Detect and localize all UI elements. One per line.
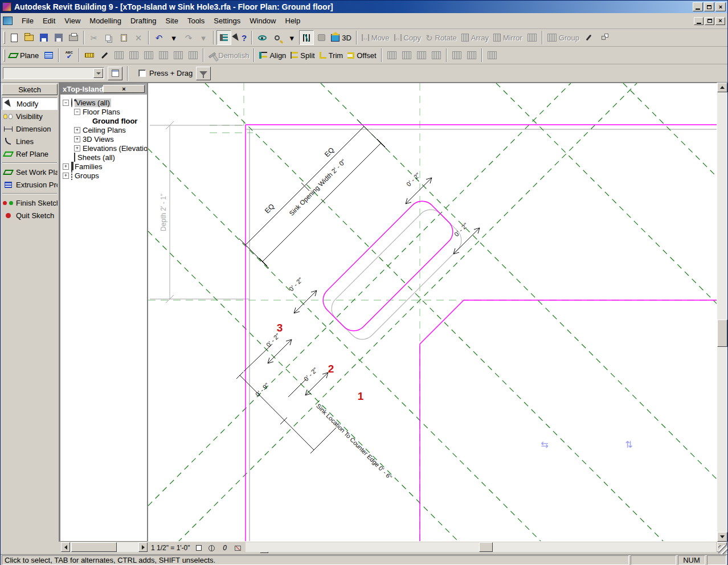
- toolbar-grip[interactable]: [3, 31, 5, 44]
- menu-help[interactable]: Help: [281, 15, 305, 27]
- drawing-canvas[interactable]: Depth 2' - 1": [148, 83, 717, 542]
- toolbar-grip[interactable]: [3, 49, 5, 62]
- mirror-button[interactable]: Mirror: [491, 30, 525, 45]
- undo-button[interactable]: ↶: [152, 30, 166, 45]
- expand-icon[interactable]: +: [74, 127, 80, 133]
- flip-controls[interactable]: ⇆ ⇅: [541, 440, 632, 449]
- child-minimize-button[interactable]: [694, 17, 704, 25]
- unjoin-geometry-button[interactable]: [186, 48, 201, 63]
- tree-item-ceiling-plans[interactable]: +Ceiling Plans: [60, 125, 147, 134]
- close-button[interactable]: ×: [715, 2, 726, 11]
- expand-icon[interactable]: +: [63, 163, 69, 170]
- edit-profile-button[interactable]: [464, 48, 479, 63]
- type-selector[interactable]: [3, 67, 104, 79]
- collapse-icon[interactable]: −: [74, 109, 80, 115]
- type-selector-dropdown[interactable]: [93, 68, 103, 78]
- menu-window[interactable]: Window: [245, 15, 280, 27]
- view-scale[interactable]: 1 1/2" = 1'-0": [151, 544, 190, 552]
- document-icon[interactable]: [3, 17, 13, 25]
- tape-measure-button[interactable]: [82, 48, 97, 63]
- linework-button[interactable]: [112, 48, 126, 63]
- guide-lines[interactable]: [148, 83, 717, 542]
- browser-horizontal-scrollbar[interactable]: [61, 542, 148, 552]
- tree-item-groups[interactable]: +Groups: [60, 171, 147, 180]
- zoom-button[interactable]: [269, 30, 284, 45]
- cut-geometry-button[interactable]: [126, 48, 141, 63]
- opening-button[interactable]: [485, 48, 500, 63]
- uncut-geometry-button[interactable]: [141, 48, 156, 63]
- copy-tool-button[interactable]: ↔Copy: [392, 30, 423, 45]
- delete-button[interactable]: ✕: [131, 30, 146, 45]
- sketch-modify-button[interactable]: Modify: [2, 97, 58, 110]
- collapse-icon[interactable]: −: [63, 100, 69, 106]
- project-browser-toggle[interactable]: [216, 30, 231, 45]
- redo-button[interactable]: ↷: [181, 30, 196, 45]
- whats-this-button[interactable]: ?: [231, 30, 249, 45]
- tree-item-families[interactable]: +Families: [60, 162, 147, 171]
- detach-button[interactable]: [429, 48, 444, 63]
- browser-scroll-thumb[interactable]: [71, 542, 117, 552]
- restore-button[interactable]: [704, 2, 714, 11]
- canvas-scroll-thumb[interactable]: [479, 542, 493, 552]
- menu-modelling[interactable]: Modelling: [85, 15, 126, 27]
- minimize-button[interactable]: [693, 2, 703, 11]
- thin-lines-toggle[interactable]: [299, 30, 314, 45]
- save-button[interactable]: [36, 30, 51, 45]
- tree-item-sheets[interactable]: Sheets (all): [60, 153, 147, 162]
- new-button[interactable]: [7, 30, 22, 45]
- menu-settings[interactable]: Settings: [209, 15, 245, 27]
- child-close-button[interactable]: ×: [715, 17, 725, 25]
- menu-drafting[interactable]: Drafting: [126, 15, 161, 27]
- dimension-labels[interactable]: EQ EQ Sink Opening Width 2' - 0" 0' - 2"…: [254, 146, 469, 481]
- app-icon[interactable]: [2, 2, 11, 11]
- match-type-button[interactable]: [97, 48, 112, 63]
- set-work-plane-button[interactable]: Set Work Pla: [2, 166, 58, 178]
- dynamic-view-button[interactable]: [255, 30, 269, 45]
- spelling-button[interactable]: ABC✔: [62, 48, 76, 63]
- crop-region-button[interactable]: [234, 546, 243, 551]
- offset-button[interactable]: Offset: [345, 48, 378, 63]
- sketch-dimension-button[interactable]: Dimension: [2, 122, 58, 135]
- finish-sketch-button[interactable]: Finish Sketch: [2, 196, 58, 209]
- project-browser-close-button[interactable]: ×: [103, 85, 145, 93]
- attach-button[interactable]: [414, 48, 429, 63]
- tree-item-ground-floor[interactable]: Ground floor: [60, 116, 147, 125]
- quit-sketch-button[interactable]: Quit Sketch: [2, 209, 58, 222]
- move-button[interactable]: ↔Move: [359, 30, 392, 45]
- press-drag-checkbox[interactable]: [138, 69, 146, 77]
- extrusion-properties-button[interactable]: Extrusion Pro: [2, 178, 58, 191]
- menu-view[interactable]: View: [60, 15, 85, 27]
- sketch-lines-button[interactable]: Lines: [2, 135, 58, 148]
- pin-button[interactable]: [582, 30, 596, 45]
- cut-button[interactable]: ✂: [87, 30, 101, 45]
- align-button[interactable]: Align: [257, 48, 288, 63]
- title-bar[interactable]: Autodesk Revit Building 9 - [xTop-Island…: [1, 1, 727, 13]
- expand-icon[interactable]: +: [74, 136, 80, 142]
- vertical-scroll-track[interactable]: [717, 92, 727, 532]
- paint-button[interactable]: [156, 48, 171, 63]
- zoom-dropdown[interactable]: ▾: [284, 30, 299, 45]
- vertical-scrollbar[interactable]: [717, 83, 727, 542]
- scroll-left-button[interactable]: [61, 542, 70, 552]
- tree-item-views[interactable]: −Views (all): [60, 98, 147, 107]
- scroll-up-button[interactable]: [717, 83, 727, 92]
- child-restore-button[interactable]: [705, 17, 714, 25]
- dimension-lines[interactable]: [236, 120, 480, 453]
- trim-button[interactable]: Trim: [317, 48, 346, 63]
- shading-button[interactable]: [314, 30, 329, 45]
- tree-item-floor-plans[interactable]: −Floor Plans: [60, 107, 147, 116]
- redo-dropdown[interactable]: ▾: [196, 30, 211, 45]
- work-plane-button[interactable]: Plane: [7, 48, 41, 63]
- join-geometry-button[interactable]: [171, 48, 186, 63]
- undo-dropdown[interactable]: ▾: [166, 30, 181, 45]
- tree-item-3d-views[interactable]: +3D Views: [60, 134, 147, 144]
- shadows-button[interactable]: 0: [220, 544, 230, 552]
- array-button[interactable]: Array: [459, 30, 491, 45]
- menu-site[interactable]: Site: [161, 15, 183, 27]
- scroll-down-button[interactable]: [717, 532, 727, 542]
- canvas-horizontal-scrollbar[interactable]: [246, 542, 716, 552]
- resize-button[interactable]: [525, 30, 539, 45]
- project-browser-titlebar[interactable]: xTop-Island w Si... ×: [60, 83, 147, 95]
- expand-icon[interactable]: +: [63, 173, 69, 179]
- split-button[interactable]: Split: [288, 48, 317, 63]
